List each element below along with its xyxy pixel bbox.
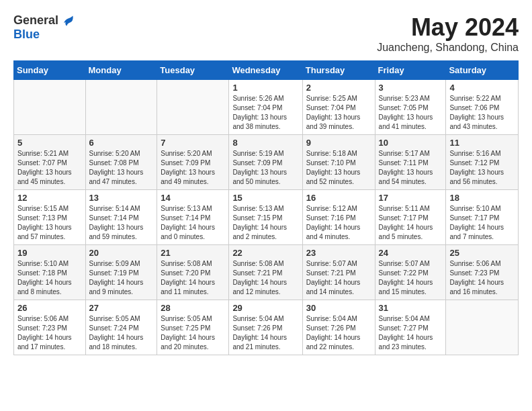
title-section: May 2024 Juancheng, Shandong, China [377, 13, 519, 54]
day-number: 5 [17, 138, 82, 148]
calendar-week-row: 19Sunrise: 5:10 AM Sunset: 7:18 PM Dayli… [14, 245, 519, 300]
day-number: 17 [379, 193, 443, 203]
day-info: Sunrise: 5:13 AM Sunset: 7:14 PM Dayligh… [161, 204, 225, 242]
day-number: 28 [161, 303, 225, 313]
table-row: 1Sunrise: 5:26 AM Sunset: 7:04 PM Daylig… [229, 80, 302, 135]
day-number: 9 [306, 138, 371, 148]
location-subtitle: Juancheng, Shandong, China [377, 42, 519, 54]
day-number: 22 [232, 248, 298, 258]
day-number: 14 [161, 193, 225, 203]
table-row: 27Sunrise: 5:05 AM Sunset: 7:24 PM Dayli… [85, 300, 157, 355]
day-info: Sunrise: 5:26 AM Sunset: 7:04 PM Dayligh… [232, 94, 298, 132]
day-number: 6 [89, 138, 154, 148]
day-number: 20 [89, 248, 154, 258]
table-row: 7Sunrise: 5:20 AM Sunset: 7:09 PM Daylig… [157, 135, 229, 190]
table-row: 30Sunrise: 5:04 AM Sunset: 7:26 PM Dayli… [302, 300, 375, 355]
table-row: 10Sunrise: 5:17 AM Sunset: 7:11 PM Dayli… [375, 135, 446, 190]
table-row: 29Sunrise: 5:04 AM Sunset: 7:26 PM Dayli… [229, 300, 302, 355]
day-number: 16 [306, 193, 371, 203]
day-number: 12 [17, 193, 82, 203]
day-info: Sunrise: 5:08 AM Sunset: 7:20 PM Dayligh… [161, 259, 225, 297]
table-row: 22Sunrise: 5:08 AM Sunset: 7:21 PM Dayli… [229, 245, 302, 300]
table-row: 14Sunrise: 5:13 AM Sunset: 7:14 PM Dayli… [157, 190, 229, 245]
day-info: Sunrise: 5:17 AM Sunset: 7:11 PM Dayligh… [379, 149, 443, 187]
logo-blue-text: Blue [13, 28, 40, 42]
day-info: Sunrise: 5:18 AM Sunset: 7:10 PM Dayligh… [306, 149, 371, 187]
table-row: 6Sunrise: 5:20 AM Sunset: 7:08 PM Daylig… [85, 135, 157, 190]
day-info: Sunrise: 5:04 AM Sunset: 7:26 PM Dayligh… [232, 314, 298, 352]
header-sunday: Sunday [14, 61, 86, 80]
table-row: 11Sunrise: 5:16 AM Sunset: 7:12 PM Dayli… [446, 135, 519, 190]
table-row: 18Sunrise: 5:10 AM Sunset: 7:17 PM Dayli… [446, 190, 519, 245]
calendar-week-row: 26Sunrise: 5:06 AM Sunset: 7:23 PM Dayli… [14, 300, 519, 355]
table-row: 20Sunrise: 5:09 AM Sunset: 7:19 PM Dayli… [85, 245, 157, 300]
day-number: 23 [306, 248, 371, 258]
table-row: 17Sunrise: 5:11 AM Sunset: 7:17 PM Dayli… [375, 190, 446, 245]
table-row: 8Sunrise: 5:19 AM Sunset: 7:09 PM Daylig… [229, 135, 302, 190]
table-row: 26Sunrise: 5:06 AM Sunset: 7:23 PM Dayli… [14, 300, 86, 355]
day-number: 24 [379, 248, 443, 258]
table-row: 16Sunrise: 5:12 AM Sunset: 7:16 PM Dayli… [302, 190, 375, 245]
day-info: Sunrise: 5:10 AM Sunset: 7:17 PM Dayligh… [449, 204, 515, 242]
day-info: Sunrise: 5:22 AM Sunset: 7:06 PM Dayligh… [449, 94, 515, 132]
table-row: 19Sunrise: 5:10 AM Sunset: 7:18 PM Dayli… [14, 245, 86, 300]
table-row: 4Sunrise: 5:22 AM Sunset: 7:06 PM Daylig… [446, 80, 519, 135]
calendar-week-row: 12Sunrise: 5:15 AM Sunset: 7:13 PM Dayli… [14, 190, 519, 245]
day-info: Sunrise: 5:06 AM Sunset: 7:23 PM Dayligh… [449, 259, 515, 297]
day-info: Sunrise: 5:08 AM Sunset: 7:21 PM Dayligh… [232, 259, 298, 297]
table-row: 3Sunrise: 5:23 AM Sunset: 7:05 PM Daylig… [375, 80, 446, 135]
table-row: 2Sunrise: 5:25 AM Sunset: 7:04 PM Daylig… [302, 80, 375, 135]
day-number: 19 [17, 248, 82, 258]
day-info: Sunrise: 5:05 AM Sunset: 7:25 PM Dayligh… [161, 314, 225, 352]
day-number: 27 [89, 303, 154, 313]
day-number: 15 [232, 193, 298, 203]
table-row: 25Sunrise: 5:06 AM Sunset: 7:23 PM Dayli… [446, 245, 519, 300]
calendar-week-row: 5Sunrise: 5:21 AM Sunset: 7:07 PM Daylig… [14, 135, 519, 190]
logo-bird-icon [61, 14, 75, 28]
header-friday: Friday [375, 61, 446, 80]
table-row: 21Sunrise: 5:08 AM Sunset: 7:20 PM Dayli… [157, 245, 229, 300]
day-info: Sunrise: 5:07 AM Sunset: 7:21 PM Dayligh… [306, 259, 371, 297]
header-thursday: Thursday [302, 61, 375, 80]
header-monday: Monday [85, 61, 157, 80]
day-info: Sunrise: 5:09 AM Sunset: 7:19 PM Dayligh… [89, 259, 154, 297]
header-wednesday: Wednesday [229, 61, 302, 80]
day-info: Sunrise: 5:25 AM Sunset: 7:04 PM Dayligh… [306, 94, 371, 132]
table-row: 28Sunrise: 5:05 AM Sunset: 7:25 PM Dayli… [157, 300, 229, 355]
day-number: 30 [306, 303, 371, 313]
table-row [85, 80, 157, 135]
day-info: Sunrise: 5:14 AM Sunset: 7:14 PM Dayligh… [89, 204, 154, 242]
day-info: Sunrise: 5:07 AM Sunset: 7:22 PM Dayligh… [379, 259, 443, 297]
header-tuesday: Tuesday [157, 61, 229, 80]
table-row: 12Sunrise: 5:15 AM Sunset: 7:13 PM Dayli… [14, 190, 86, 245]
day-info: Sunrise: 5:10 AM Sunset: 7:18 PM Dayligh… [17, 259, 82, 297]
day-info: Sunrise: 5:15 AM Sunset: 7:13 PM Dayligh… [17, 204, 82, 242]
logo: General Blue [13, 13, 75, 42]
day-info: Sunrise: 5:19 AM Sunset: 7:09 PM Dayligh… [232, 149, 298, 187]
day-info: Sunrise: 5:04 AM Sunset: 7:26 PM Dayligh… [306, 314, 371, 352]
table-row: 5Sunrise: 5:21 AM Sunset: 7:07 PM Daylig… [14, 135, 86, 190]
day-info: Sunrise: 5:23 AM Sunset: 7:05 PM Dayligh… [379, 94, 443, 132]
day-number: 1 [232, 83, 298, 93]
table-row: 13Sunrise: 5:14 AM Sunset: 7:14 PM Dayli… [85, 190, 157, 245]
page-header: General Blue May 2024 Juancheng, Shandon… [13, 13, 519, 54]
day-number: 26 [17, 303, 82, 313]
day-number: 7 [161, 138, 225, 148]
day-info: Sunrise: 5:12 AM Sunset: 7:16 PM Dayligh… [306, 204, 371, 242]
day-info: Sunrise: 5:04 AM Sunset: 7:27 PM Dayligh… [379, 314, 443, 352]
day-info: Sunrise: 5:05 AM Sunset: 7:24 PM Dayligh… [89, 314, 154, 352]
table-row: 24Sunrise: 5:07 AM Sunset: 7:22 PM Dayli… [375, 245, 446, 300]
day-number: 13 [89, 193, 154, 203]
calendar-table: Sunday Monday Tuesday Wednesday Thursday… [13, 60, 519, 355]
table-row: 31Sunrise: 5:04 AM Sunset: 7:27 PM Dayli… [375, 300, 446, 355]
day-number: 11 [449, 138, 515, 148]
table-row: 9Sunrise: 5:18 AM Sunset: 7:10 PM Daylig… [302, 135, 375, 190]
table-row [157, 80, 229, 135]
table-row: 23Sunrise: 5:07 AM Sunset: 7:21 PM Dayli… [302, 245, 375, 300]
day-info: Sunrise: 5:20 AM Sunset: 7:08 PM Dayligh… [89, 149, 154, 187]
table-row: 15Sunrise: 5:13 AM Sunset: 7:15 PM Dayli… [229, 190, 302, 245]
day-number: 8 [232, 138, 298, 148]
day-number: 2 [306, 83, 371, 93]
day-number: 29 [232, 303, 298, 313]
day-info: Sunrise: 5:11 AM Sunset: 7:17 PM Dayligh… [379, 204, 443, 242]
